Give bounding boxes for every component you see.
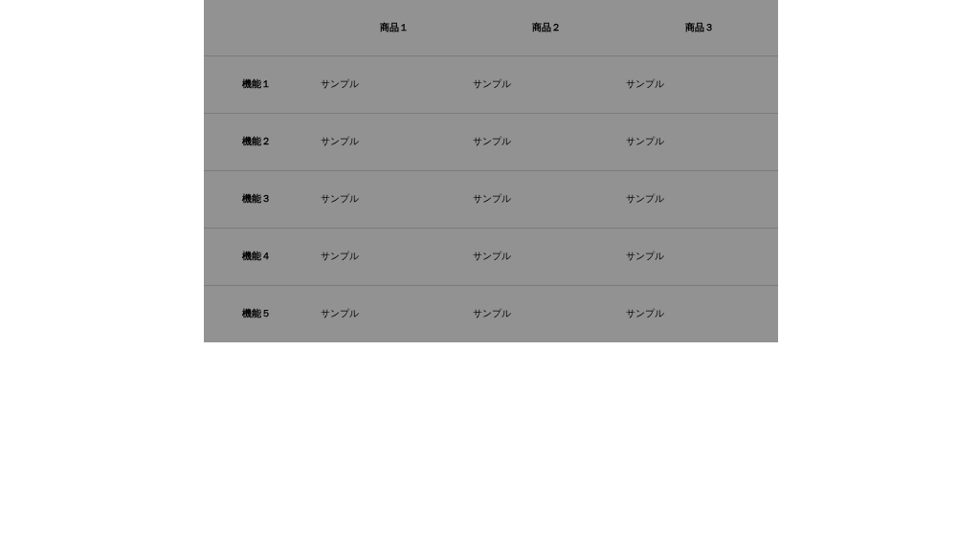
row-header: 機能３ [204, 170, 321, 228]
table-cell: サンプル [473, 228, 625, 285]
table-cell: サンプル [626, 285, 779, 342]
column-header: 商品２ [473, 0, 625, 55]
table-row: 機能３ サンプル サンプル サンプル [204, 170, 778, 228]
table-cell: サンプル [473, 55, 625, 113]
comparison-table: 商品１ 商品２ 商品３ 機能１ サンプル サンプル サンプル 機能２ サンプル … [204, 0, 778, 342]
table-cell: サンプル [321, 228, 473, 285]
table-header-row: 商品１ 商品２ 商品３ [204, 0, 778, 55]
table-row: 機能５ サンプル サンプル サンプル [204, 285, 778, 342]
table-row: 機能２ サンプル サンプル サンプル [204, 113, 778, 170]
table-corner-cell [204, 0, 321, 55]
row-header: 機能４ [204, 228, 321, 285]
row-header: 機能１ [204, 55, 321, 113]
comparison-table-container: 商品１ 商品２ 商品３ 機能１ サンプル サンプル サンプル 機能２ サンプル … [204, 0, 778, 342]
table-row: 機能４ サンプル サンプル サンプル [204, 228, 778, 285]
table-cell: サンプル [321, 285, 473, 342]
table-cell: サンプル [473, 170, 625, 228]
table-cell: サンプル [321, 170, 473, 228]
table-cell: サンプル [626, 170, 779, 228]
table-cell: サンプル [321, 113, 473, 170]
row-header: 機能５ [204, 285, 321, 342]
table-cell: サンプル [473, 113, 625, 170]
table-cell: サンプル [626, 55, 779, 113]
row-header: 機能２ [204, 113, 321, 170]
table-cell: サンプル [321, 55, 473, 113]
table-cell: サンプル [626, 228, 779, 285]
table-cell: サンプル [473, 285, 625, 342]
table-cell: サンプル [626, 113, 779, 170]
column-header: 商品１ [321, 0, 473, 55]
table-row: 機能１ サンプル サンプル サンプル [204, 55, 778, 113]
column-header: 商品３ [626, 0, 779, 55]
